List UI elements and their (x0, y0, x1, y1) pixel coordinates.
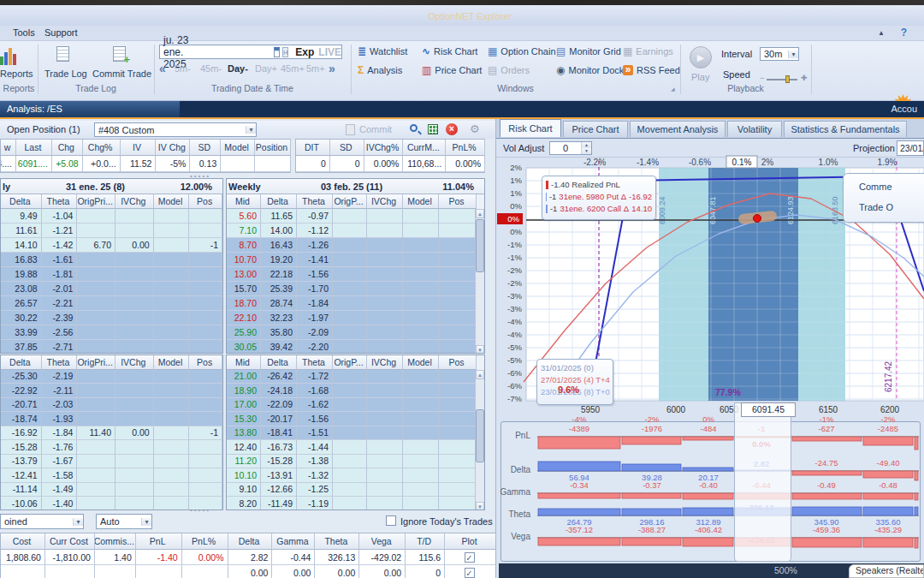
spin-up-icon[interactable]: ▲ (582, 142, 591, 148)
chain-row[interactable]: 25.9035.80-2.09 (227, 325, 484, 340)
chain-row[interactable]: 33.99-2.56 (1, 325, 222, 340)
chain-row[interactable]: 19.88-1.81 (1, 267, 222, 282)
chain-row[interactable]: 14.10-1.426.700.00-1 (1, 238, 222, 253)
chain-col-header[interactable]: Model (154, 194, 190, 209)
chain-row[interactable]: -15.28-1.76 (1, 440, 222, 455)
chain-row[interactable]: -12.41-1.58 (1, 468, 222, 483)
totals-col-header[interactable]: Commis... (95, 533, 136, 550)
commit-trade-button[interactable]: Commit Trade (92, 69, 151, 79)
chain-row[interactable]: 16.83-1.61 (1, 253, 222, 267)
chain-row[interactable]: -11.14-1.49 (1, 483, 222, 498)
chain-col-header[interactable]: Pos (439, 355, 477, 370)
chain-row[interactable]: -25.30-2.19 (1, 370, 222, 384)
chain-col-header[interactable]: IVChg (116, 194, 154, 209)
summary-col-header[interactable]: IVChg% (364, 140, 404, 156)
totals-col-header[interactable]: T/D (406, 533, 445, 550)
play-button[interactable]: ▶ (690, 46, 712, 69)
chain-row[interactable]: 18.7028.74-1.84 (227, 296, 484, 311)
totals-col-header[interactable]: Vega (359, 533, 406, 550)
step-forward-icon[interactable]: » (329, 62, 335, 75)
window-toggle-option-chain[interactable]: ▦Option Chain (488, 46, 556, 57)
scroll-up-icon[interactable]: ▲ (476, 370, 484, 379)
chain-row[interactable]: 17.00-22.09-1.62 (227, 398, 484, 413)
chain-col-header[interactable]: Delta (1, 194, 42, 209)
export-icon[interactable] (428, 124, 438, 134)
menu-support[interactable]: Support (44, 27, 78, 38)
corner-expand-icon[interactable]: ◢ (671, 86, 675, 92)
chain-row[interactable]: 7.1014.00-1.12 (227, 223, 484, 238)
chain-row[interactable]: 21.00-26.42-1.72 (227, 370, 484, 384)
greeks-canvas[interactable]: -4389-4%-1976-2%-4840%-1-627-1%-2485-2%0… (500, 421, 921, 562)
chain-row[interactable]: -18.74-1.93 (1, 412, 222, 426)
window-toggle-monitor-grid[interactable]: ▤Monitor Grid (556, 46, 621, 57)
help-icon[interactable]: ? (901, 27, 907, 39)
chain-row[interactable]: 12.40-16.73-1.44 (227, 440, 484, 455)
chain-row[interactable]: -13.79-1.67 (1, 455, 222, 469)
scroll-down-icon[interactable]: ▼ (476, 502, 484, 510)
summary-col-header[interactable]: SD (190, 140, 221, 156)
trading-date-input[interactable]: ju. 23 ene. 2025 H Exp LIVE (159, 45, 342, 59)
tab-analysis-es[interactable]: Analysis: /ES (0, 101, 180, 117)
view-mode-select[interactable]: oined ▾ (0, 514, 84, 529)
chain-row[interactable]: 11.61-1.21 (1, 223, 222, 238)
window-toggle-watchlist[interactable]: ≣Watchlist (358, 46, 407, 57)
summary-col-header[interactable]: Model (221, 140, 255, 156)
scrollbar-thumb[interactable] (476, 219, 484, 272)
totals-col-header[interactable]: Curr Cost (45, 533, 95, 550)
summary-col-header[interactable]: SD (330, 140, 364, 156)
rc-tab-risk-chart[interactable]: Risk Chart (500, 119, 561, 137)
chain-col-header[interactable]: OrigPri... (77, 194, 116, 209)
auto-select[interactable]: Auto ▾ (96, 514, 152, 529)
plot-checkbox[interactable]: ✓ (465, 568, 475, 578)
totals-col-header[interactable]: PnL (136, 533, 182, 550)
chain-col-header[interactable]: Mid (227, 355, 261, 370)
chain-row[interactable]: -20.71-2.03 (1, 398, 222, 413)
chain-col-header[interactable]: Theta (297, 355, 333, 370)
chain-row[interactable]: 10.7019.20-1.41 (227, 253, 484, 267)
chain-row[interactable]: 5.6011.65-0.97 (227, 209, 484, 223)
chain-col-header[interactable]: Model (154, 355, 190, 370)
audio-device-popup[interactable]: Speakers (Realtek (849, 564, 924, 578)
collapse-ribbon-icon[interactable]: ▲ (878, 29, 885, 37)
chain-row[interactable]: 15.30-20.17-1.56 (227, 412, 484, 426)
chain-col-header[interactable]: Pos (189, 194, 222, 209)
summary-col-header[interactable]: PnL% (446, 140, 485, 156)
calendar-icon[interactable] (274, 47, 280, 57)
vol-adjust-stepper[interactable]: 0 ▲▼ (549, 141, 592, 155)
chain-col-header[interactable]: Model (403, 194, 439, 209)
chain-col-header[interactable]: Theta (42, 194, 78, 209)
window-toggle-analysis[interactable]: ΣAnalysis (358, 65, 402, 75)
chain-row[interactable]: 18.90-24.18-1.68 (227, 384, 484, 398)
chain-row[interactable]: 22.1032.23-1.97 (227, 311, 484, 325)
chain-row[interactable]: 13.0022.18-1.56 (227, 267, 484, 282)
time-step-Day-[interactable]: Day- (228, 63, 248, 74)
summary-col-header[interactable]: Chg (52, 140, 83, 156)
window-toggle-rss[interactable]: »RSS Feed (623, 65, 680, 75)
chain-row[interactable]: 8.7016.43-1.26 (227, 238, 484, 253)
interval-select[interactable]: 30m ▾ (760, 47, 799, 61)
chain-row[interactable]: 13.80-18.41-1.51 (227, 426, 484, 441)
collapsed-panel-buttons[interactable]: CommeTrade O (843, 173, 924, 223)
summary-col-header[interactable]: Chg% (83, 140, 121, 156)
chain-row[interactable]: 37.85-2.71 (1, 340, 222, 354)
chain-row[interactable]: -22.92-2.11 (1, 384, 222, 398)
totals-col-header[interactable]: Plot (445, 533, 496, 550)
position-selector[interactable]: #408 Custom ▾ (94, 122, 257, 137)
summary-col-header[interactable]: Last (16, 140, 52, 156)
rc-tab-volatility[interactable]: Volatility (727, 121, 782, 137)
chain-row[interactable]: 8.20-11.49-1.19 (227, 497, 484, 510)
chain-row[interactable]: 15.7025.39-1.70 (227, 282, 484, 296)
totals-col-header[interactable]: Cost (1, 533, 45, 550)
chain-row[interactable]: 9.49-1.04 (1, 209, 222, 223)
chain-row[interactable]: 30.22-2.39 (1, 311, 222, 325)
chain-col-header[interactable]: IVChg (116, 355, 154, 370)
summary-col-header[interactable]: w (1, 140, 16, 156)
chain-col-header[interactable]: OrigP... (333, 194, 367, 209)
trade-log-button[interactable]: Trade Log (44, 69, 87, 79)
chain-col-header[interactable]: OrigP... (333, 355, 367, 370)
chain-col-header[interactable]: Delta (1, 355, 42, 370)
slider-thumb[interactable] (785, 75, 790, 83)
summary-col-header[interactable]: IV (121, 140, 157, 156)
reports-button[interactable]: Reports (0, 69, 33, 79)
projection-date-input[interactable]: 23/01/202 (897, 140, 924, 156)
